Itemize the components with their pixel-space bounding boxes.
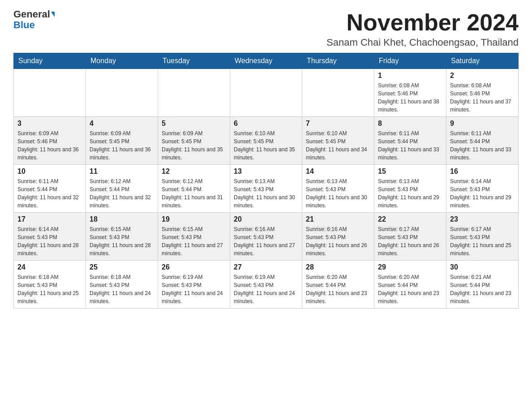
title-section: November 2024 Sanam Chai Khet, Chachoeng… <box>326 9 519 48</box>
day-info: Sunrise: 6:08 AMSunset: 5:46 PMDaylight:… <box>450 81 515 114</box>
day-info: Sunrise: 6:14 AMSunset: 5:43 PMDaylight:… <box>17 225 82 257</box>
col-saturday: Saturday <box>446 53 519 69</box>
day-info: Sunrise: 6:13 AMSunset: 5:43 PMDaylight:… <box>306 177 370 210</box>
logo-general: General <box>13 9 50 20</box>
day-info: Sunrise: 6:11 AMSunset: 5:44 PMDaylight:… <box>17 177 82 210</box>
day-info: Sunrise: 6:10 AMSunset: 5:45 PMDaylight:… <box>306 129 370 162</box>
calendar-cell <box>86 69 158 117</box>
col-wednesday: Wednesday <box>230 53 302 69</box>
day-info: Sunrise: 6:18 AMSunset: 5:43 PMDaylight:… <box>90 273 154 305</box>
day-number: 2 <box>450 72 515 80</box>
col-monday: Monday <box>86 53 158 69</box>
day-number: 19 <box>162 215 226 223</box>
col-thursday: Thursday <box>302 53 374 69</box>
calendar-cell: 3Sunrise: 6:09 AMSunset: 5:46 PMDaylight… <box>14 117 86 165</box>
day-info: Sunrise: 6:17 AMSunset: 5:43 PMDaylight:… <box>450 225 515 257</box>
day-number: 18 <box>90 215 154 223</box>
day-info: Sunrise: 6:11 AMSunset: 5:44 PMDaylight:… <box>378 129 442 162</box>
calendar-cell: 15Sunrise: 6:13 AMSunset: 5:43 PMDayligh… <box>374 165 446 213</box>
calendar-cell: 5Sunrise: 6:09 AMSunset: 5:45 PMDaylight… <box>158 117 230 165</box>
calendar-cell: 10Sunrise: 6:11 AMSunset: 5:44 PMDayligh… <box>14 165 86 213</box>
day-number: 28 <box>306 263 370 271</box>
day-number: 23 <box>450 215 515 223</box>
day-info: Sunrise: 6:13 AMSunset: 5:43 PMDaylight:… <box>378 177 442 210</box>
calendar-cell <box>302 69 374 117</box>
calendar-cell: 28Sunrise: 6:20 AMSunset: 5:44 PMDayligh… <box>302 261 374 308</box>
day-info: Sunrise: 6:13 AMSunset: 5:43 PMDaylight:… <box>234 177 298 210</box>
day-info: Sunrise: 6:19 AMSunset: 5:43 PMDaylight:… <box>162 273 226 305</box>
calendar-cell: 16Sunrise: 6:14 AMSunset: 5:43 PMDayligh… <box>446 165 519 213</box>
day-number: 15 <box>378 167 442 176</box>
calendar-cell: 26Sunrise: 6:19 AMSunset: 5:43 PMDayligh… <box>158 261 230 308</box>
day-info: Sunrise: 6:18 AMSunset: 5:43 PMDaylight:… <box>17 273 82 305</box>
calendar-cell: 25Sunrise: 6:18 AMSunset: 5:43 PMDayligh… <box>86 261 158 308</box>
day-info: Sunrise: 6:12 AMSunset: 5:44 PMDaylight:… <box>162 177 226 210</box>
day-info: Sunrise: 6:14 AMSunset: 5:43 PMDaylight:… <box>450 177 515 210</box>
calendar-week-row: 1Sunrise: 6:08 AMSunset: 5:46 PMDaylight… <box>14 69 519 117</box>
day-number: 13 <box>234 167 298 176</box>
day-number: 8 <box>378 120 442 128</box>
day-number: 9 <box>450 120 515 128</box>
calendar-cell: 29Sunrise: 6:20 AMSunset: 5:44 PMDayligh… <box>374 261 446 308</box>
day-info: Sunrise: 6:20 AMSunset: 5:44 PMDaylight:… <box>378 273 442 305</box>
day-info: Sunrise: 6:16 AMSunset: 5:43 PMDaylight:… <box>234 225 298 257</box>
logo: General Blue <box>13 9 55 30</box>
day-number: 22 <box>378 215 442 223</box>
month-title: November 2024 <box>326 9 519 36</box>
calendar-cell: 2Sunrise: 6:08 AMSunset: 5:46 PMDaylight… <box>446 69 519 117</box>
page-header: General Blue November 2024 Sanam Chai Kh… <box>13 9 519 48</box>
col-sunday: Sunday <box>14 53 86 69</box>
calendar-cell: 7Sunrise: 6:10 AMSunset: 5:45 PMDaylight… <box>302 117 374 165</box>
day-info: Sunrise: 6:21 AMSunset: 5:44 PMDaylight:… <box>450 273 515 305</box>
calendar-cell <box>14 69 86 117</box>
day-number: 14 <box>306 167 370 176</box>
calendar-week-row: 10Sunrise: 6:11 AMSunset: 5:44 PMDayligh… <box>14 165 519 213</box>
day-number: 27 <box>234 263 298 271</box>
calendar-cell: 17Sunrise: 6:14 AMSunset: 5:43 PMDayligh… <box>14 213 86 261</box>
calendar-week-row: 24Sunrise: 6:18 AMSunset: 5:43 PMDayligh… <box>14 261 519 308</box>
calendar-header-row: Sunday Monday Tuesday Wednesday Thursday… <box>14 53 519 69</box>
calendar-cell: 12Sunrise: 6:12 AMSunset: 5:44 PMDayligh… <box>158 165 230 213</box>
day-number: 5 <box>162 120 226 128</box>
day-info: Sunrise: 6:17 AMSunset: 5:43 PMDaylight:… <box>378 225 442 257</box>
day-info: Sunrise: 6:08 AMSunset: 5:46 PMDaylight:… <box>378 81 442 114</box>
day-info: Sunrise: 6:15 AMSunset: 5:43 PMDaylight:… <box>162 225 226 257</box>
day-number: 3 <box>17 120 82 128</box>
day-number: 30 <box>450 263 515 271</box>
calendar-cell <box>158 69 230 117</box>
calendar-cell: 22Sunrise: 6:17 AMSunset: 5:43 PMDayligh… <box>374 213 446 261</box>
calendar-table: Sunday Monday Tuesday Wednesday Thursday… <box>13 53 519 308</box>
day-number: 16 <box>450 167 515 176</box>
calendar-cell: 19Sunrise: 6:15 AMSunset: 5:43 PMDayligh… <box>158 213 230 261</box>
logo-triangle-icon <box>51 12 55 17</box>
calendar-cell <box>230 69 302 117</box>
calendar-cell: 24Sunrise: 6:18 AMSunset: 5:43 PMDayligh… <box>14 261 86 308</box>
calendar-cell: 23Sunrise: 6:17 AMSunset: 5:43 PMDayligh… <box>446 213 519 261</box>
day-number: 21 <box>306 215 370 223</box>
day-info: Sunrise: 6:11 AMSunset: 5:44 PMDaylight:… <box>450 129 515 162</box>
calendar-cell: 18Sunrise: 6:15 AMSunset: 5:43 PMDayligh… <box>86 213 158 261</box>
calendar-cell: 8Sunrise: 6:11 AMSunset: 5:44 PMDaylight… <box>374 117 446 165</box>
calendar-cell: 21Sunrise: 6:16 AMSunset: 5:43 PMDayligh… <box>302 213 374 261</box>
day-info: Sunrise: 6:19 AMSunset: 5:43 PMDaylight:… <box>234 273 298 305</box>
day-info: Sunrise: 6:16 AMSunset: 5:43 PMDaylight:… <box>306 225 370 257</box>
day-number: 20 <box>234 215 298 223</box>
day-number: 1 <box>378 72 442 80</box>
day-number: 7 <box>306 120 370 128</box>
day-info: Sunrise: 6:09 AMSunset: 5:45 PMDaylight:… <box>162 129 226 162</box>
calendar-cell: 13Sunrise: 6:13 AMSunset: 5:43 PMDayligh… <box>230 165 302 213</box>
calendar-cell: 6Sunrise: 6:10 AMSunset: 5:45 PMDaylight… <box>230 117 302 165</box>
calendar-cell: 20Sunrise: 6:16 AMSunset: 5:43 PMDayligh… <box>230 213 302 261</box>
day-number: 25 <box>90 263 154 271</box>
day-info: Sunrise: 6:20 AMSunset: 5:44 PMDaylight:… <box>306 273 370 305</box>
day-number: 4 <box>90 120 154 128</box>
calendar-cell: 1Sunrise: 6:08 AMSunset: 5:46 PMDaylight… <box>374 69 446 117</box>
day-number: 11 <box>90 167 154 176</box>
location-title: Sanam Chai Khet, Chachoengsao, Thailand <box>326 37 519 48</box>
day-number: 29 <box>378 263 442 271</box>
day-info: Sunrise: 6:09 AMSunset: 5:45 PMDaylight:… <box>90 129 154 162</box>
day-info: Sunrise: 6:10 AMSunset: 5:45 PMDaylight:… <box>234 129 298 162</box>
calendar-cell: 30Sunrise: 6:21 AMSunset: 5:44 PMDayligh… <box>446 261 519 308</box>
day-number: 10 <box>17 167 82 176</box>
day-info: Sunrise: 6:09 AMSunset: 5:46 PMDaylight:… <box>17 129 82 162</box>
